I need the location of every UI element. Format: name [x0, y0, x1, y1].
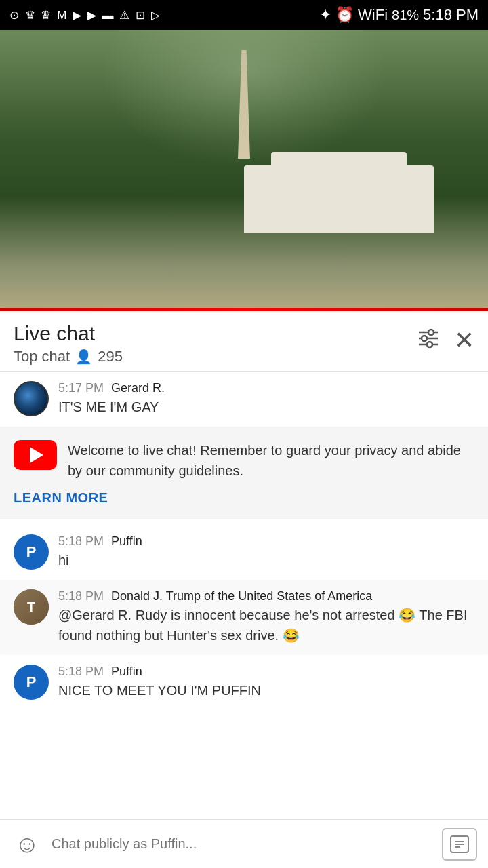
message-meta: 5:18 PM Puffin [58, 534, 474, 549]
chat-input[interactable] [52, 828, 434, 861]
welcome-banner: Welcome to live chat! Remember to guard … [0, 427, 488, 519]
viewers-icon: 👤 [75, 349, 92, 365]
message-time: 5:18 PM [58, 534, 104, 548]
list-item: P 5:18 PM Puffin hi [0, 525, 488, 580]
welcome-text: Welcome to live chat! Remember to guard … [68, 440, 474, 481]
message-sender: Gerard R. [111, 381, 165, 395]
alarm-icon: ⏰ [336, 6, 354, 24]
notification-icons: ⊙ ♛ ♛ M ▶ ▶ ▬ ⚠ ⊡ ▷ [9, 8, 161, 22]
avatar: P [14, 665, 49, 700]
play-icon [30, 447, 43, 463]
list-item: T 5:18 PM Donald J. Trump of the United … [0, 580, 488, 655]
message-sender: Donald J. Trump of the United States of … [111, 589, 372, 603]
message-time: 5:17 PM [58, 381, 104, 395]
message-meta: 5:18 PM Donald J. Trump of the United St… [58, 589, 474, 604]
chat-messages-list: 5:17 PM Gerard R. IT'S ME I'M GAY Welcom… [0, 372, 488, 764]
message-meta: 5:18 PM Puffin [58, 665, 474, 679]
emoji-icon: ☺ [15, 830, 40, 859]
close-icon[interactable]: ✕ [454, 326, 474, 355]
message-text: @Gerard R. Rudy is innocent because he's… [58, 605, 474, 646]
message-time: 5:18 PM [58, 665, 104, 678]
svg-point-3 [428, 330, 434, 335]
status-bar: ⊙ ♛ ♛ M ▶ ▶ ▬ ⚠ ⊡ ▷ ✦ ⏰ WiFi 81% 5:18 PM [0, 0, 488, 30]
message-time: 5:18 PM [58, 589, 104, 603]
learn-more-link[interactable]: LEARN MORE [14, 490, 474, 506]
avatar: P [14, 534, 49, 570]
chat-header: Live chat Top chat 👤 295 ✕ [0, 311, 488, 372]
monument-graphic [238, 50, 250, 159]
message-sender: Puffin [111, 665, 142, 678]
viewer-count: 295 [98, 348, 123, 366]
bluetooth-icon: ✦ [319, 6, 331, 24]
wifi-icon: WiFi [358, 6, 388, 24]
send-icon [449, 835, 470, 854]
emoji-button[interactable]: ☺ [11, 828, 43, 861]
battery-percent: 81% [392, 7, 419, 23]
list-item: 5:17 PM Gerard R. IT'S ME I'M GAY [0, 372, 488, 427]
chat-type-label[interactable]: Top chat [14, 348, 70, 366]
svg-point-5 [427, 342, 432, 347]
avatar [14, 381, 49, 416]
clock: 5:18 PM [423, 6, 479, 24]
avatar: T [14, 589, 49, 625]
youtube-logo [14, 440, 57, 470]
status-right-info: ✦ ⏰ WiFi 81% 5:18 PM [319, 6, 479, 24]
message-content: 5:18 PM Puffin NICE TO MEET YOU I'M PUFF… [58, 665, 474, 701]
send-button[interactable] [442, 828, 477, 861]
message-content: 5:17 PM Gerard R. IT'S ME I'M GAY [58, 381, 474, 417]
message-text: NICE TO MEET YOU I'M PUFFIN [58, 680, 474, 701]
avatar-inner: T [14, 589, 49, 625]
avatar-graphic [15, 382, 47, 415]
video-player[interactable] [0, 30, 488, 308]
chat-title-area: Live chat Top chat 👤 295 [14, 322, 123, 366]
welcome-row: Welcome to live chat! Remember to guard … [14, 440, 474, 481]
chat-subtitle: Top chat 👤 295 [14, 348, 123, 366]
message-text: IT'S ME I'M GAY [58, 397, 474, 417]
message-text: hi [58, 550, 474, 570]
chat-input-bar: ☺ [0, 819, 488, 868]
message-content: 5:18 PM Puffin hi [58, 534, 474, 570]
bottom-spacer [0, 710, 488, 764]
white-house-graphic [244, 165, 434, 233]
svg-point-4 [422, 336, 427, 341]
live-chat-title: Live chat [14, 322, 123, 345]
message-meta: 5:17 PM Gerard R. [58, 381, 474, 395]
message-content: 5:18 PM Donald J. Trump of the United St… [58, 589, 474, 646]
list-item: P 5:18 PM Puffin NICE TO MEET YOU I'M PU… [0, 655, 488, 710]
chat-header-actions: ✕ [416, 326, 474, 355]
filter-icon[interactable] [416, 328, 441, 353]
message-sender: Puffin [111, 534, 142, 548]
status-left-icons: ⊙ ♛ ♛ M ▶ ▶ ▬ ⚠ ⊡ ▷ [9, 8, 161, 22]
